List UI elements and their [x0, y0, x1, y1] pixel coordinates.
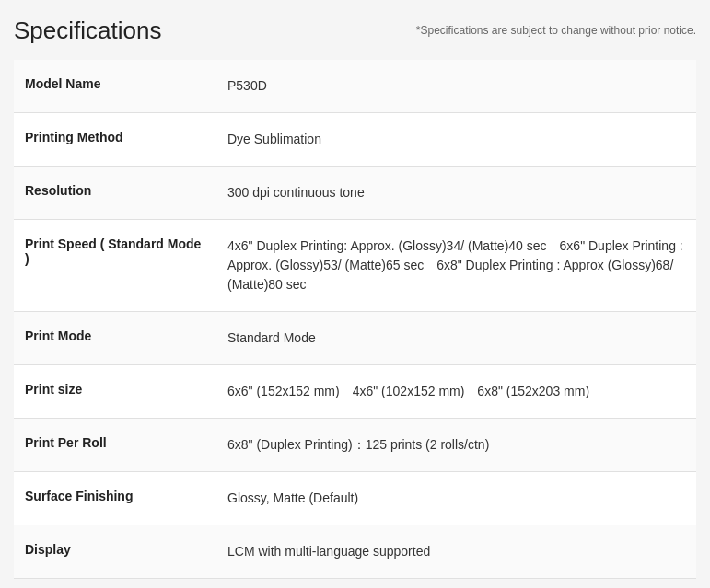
disclaimer-text: *Specifications are subject to change wi… [416, 17, 696, 37]
table-row: Print Per Roll6x8" (Duplex Printing)：125… [14, 419, 696, 472]
spec-value: 6x8" (Duplex Printing)：125 prints (2 rol… [216, 419, 696, 472]
spec-label: Print Speed ( Standard Mode ) [14, 220, 216, 312]
spec-label: Printing Method [14, 113, 216, 167]
specs-table: Model NameP530DPrinting MethodDye Sublim… [14, 60, 696, 579]
spec-value: 6x6" (152x152 mm) 4x6" (102x152 mm) 6x8"… [216, 365, 696, 419]
spec-value: 4x6" Duplex Printing: Approx. (Glossy)34… [216, 220, 696, 312]
spec-value: LCM with multi-language supported [216, 525, 696, 579]
page-wrapper: Specifications *Specifications are subje… [0, 0, 710, 588]
spec-label: Display [14, 525, 216, 579]
spec-label: Surface Finishing [14, 472, 216, 525]
spec-value: Dye Sublimation [216, 113, 696, 167]
spec-label: Print size [14, 365, 216, 419]
table-row: Printing MethodDye Sublimation [14, 113, 696, 167]
spec-value: Standard Mode [216, 312, 696, 365]
spec-label: Print Mode [14, 312, 216, 365]
table-row: Resolution300 dpi continuous tone [14, 167, 696, 220]
table-row: Print Speed ( Standard Mode )4x6" Duplex… [14, 220, 696, 312]
page-header: Specifications *Specifications are subje… [14, 9, 696, 56]
table-row: Print ModeStandard Mode [14, 312, 696, 365]
table-row: Model NameP530D [14, 60, 696, 113]
table-row: Print size6x6" (152x152 mm) 4x6" (102x15… [14, 365, 696, 419]
spec-label: Print Per Roll [14, 419, 216, 472]
page-title: Specifications [14, 17, 161, 45]
table-row: Surface FinishingGlossy, Matte (Default) [14, 472, 696, 525]
spec-label: Model Name [14, 60, 216, 113]
table-row: DisplayLCM with multi-language supported [14, 525, 696, 579]
spec-label: Resolution [14, 167, 216, 220]
spec-value: Glossy, Matte (Default) [216, 472, 696, 525]
spec-value: P530D [216, 60, 696, 113]
spec-value: 300 dpi continuous tone [216, 167, 696, 220]
